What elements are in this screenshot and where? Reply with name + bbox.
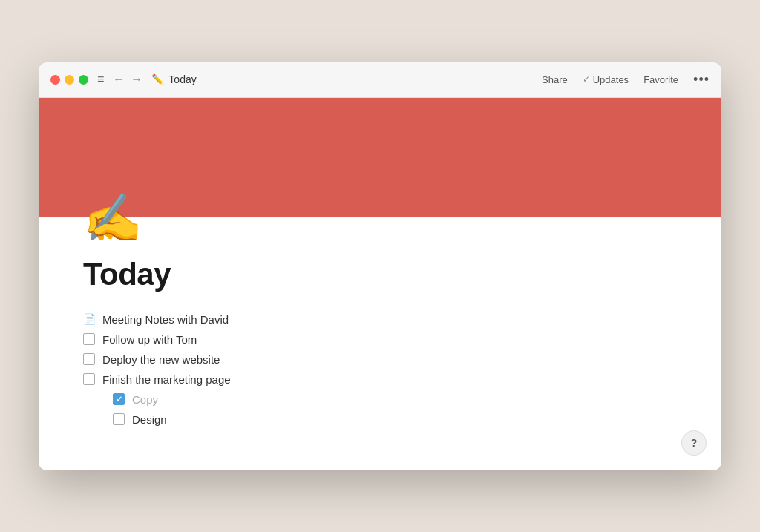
page-icon-area: ✍️ (39, 194, 721, 242)
back-button[interactable]: ← (113, 73, 125, 86)
task-label: Follow up with Tom (102, 333, 197, 346)
updates-button[interactable]: ✓ Updates (583, 74, 629, 85)
task-checkbox[interactable] (83, 373, 95, 385)
task-label: Deploy the new website (102, 353, 220, 366)
list-item: Copy (83, 393, 677, 406)
doc-icon: 📄 (83, 313, 95, 325)
forward-button[interactable]: → (131, 73, 142, 86)
page-body: Today 📄 Meeting Notes with David Follow … (39, 242, 721, 470)
task-checkbox[interactable] (83, 333, 95, 345)
list-item: Follow up with Tom (83, 333, 677, 346)
page-large-emoji: ✍️ (83, 194, 142, 242)
list-item: 📄 Meeting Notes with David (83, 313, 677, 326)
updates-check-icon: ✓ (583, 74, 590, 85)
list-item: Finish the marketing page (83, 373, 677, 386)
list-item: Deploy the new website (83, 353, 677, 366)
page-title: Today (83, 257, 677, 292)
traffic-lights (50, 75, 88, 85)
task-label: Copy (132, 393, 158, 406)
task-checkbox-checked[interactable] (113, 393, 125, 405)
more-options-button[interactable]: ••• (693, 72, 710, 88)
list-item: Design (83, 413, 677, 426)
favorite-button[interactable]: Favorite (643, 74, 678, 85)
help-button[interactable]: ? (681, 430, 707, 456)
task-checkbox[interactable] (113, 413, 125, 425)
task-list: 📄 Meeting Notes with David Follow up wit… (83, 313, 677, 426)
minimize-button[interactable] (65, 75, 74, 85)
task-label: Design (132, 413, 167, 426)
updates-label: Updates (593, 74, 629, 85)
menu-icon[interactable]: ≡ (97, 73, 104, 86)
app-window: ≡ ← → ✏️ Today Share ✓ Updates Favorite … (39, 62, 721, 470)
maximize-button[interactable] (79, 75, 88, 85)
task-checkbox[interactable] (83, 353, 95, 365)
titlebar-actions: Share ✓ Updates Favorite ••• (542, 72, 710, 88)
titlebar: ≡ ← → ✏️ Today Share ✓ Updates Favorite … (39, 62, 721, 98)
close-button[interactable] (50, 75, 60, 85)
task-label: Meeting Notes with David (102, 313, 229, 326)
page-content: ✍️ Today 📄 Meeting Notes with David Foll… (39, 98, 721, 470)
page-title-label: Today (168, 73, 196, 85)
page-icon: ✏️ (151, 73, 164, 85)
page-breadcrumb: ✏️ Today (151, 73, 196, 85)
share-button[interactable]: Share (542, 74, 568, 85)
task-label: Finish the marketing page (102, 373, 231, 386)
nav-buttons: ← → (113, 73, 142, 86)
